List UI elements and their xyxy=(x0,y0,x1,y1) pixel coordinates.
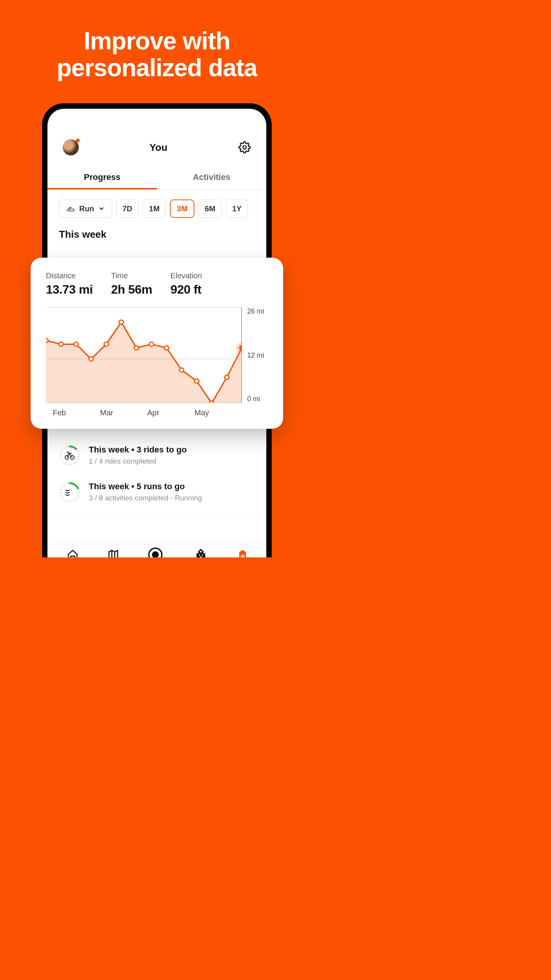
goal-item[interactable]: This week • 3 rides to go 1 / 4 rides co… xyxy=(59,439,255,476)
stat-value: 920 ft xyxy=(171,283,202,297)
goal-ring-run xyxy=(59,482,80,503)
goal-title: This week • 5 runs to go xyxy=(89,482,202,492)
range-3m[interactable]: 3M xyxy=(170,199,194,218)
filter-row: Run 7D 1M 3M 6M 1Y xyxy=(47,189,266,218)
svg-point-26 xyxy=(194,379,199,383)
avatar[interactable] xyxy=(63,139,79,155)
svg-point-20 xyxy=(104,342,108,346)
range-6m[interactable]: 6M xyxy=(198,199,222,218)
svg-point-18 xyxy=(74,342,78,346)
maps-icon xyxy=(107,548,120,557)
y-tick: 12 mi xyxy=(247,351,268,359)
x-tick: Apr xyxy=(147,408,195,417)
groups-icon xyxy=(194,548,207,557)
gear-icon xyxy=(238,141,251,154)
tab-progress[interactable]: Progress xyxy=(47,167,157,189)
stats-card: Distance 13.73 mi Time 2h 56m Elevation … xyxy=(31,258,283,429)
bottom-nav: Home Maps Record Groups xyxy=(47,543,266,557)
stat-label: Elevation xyxy=(171,271,202,280)
svg-point-6 xyxy=(152,551,159,557)
activity-label: Run xyxy=(79,204,94,213)
chart: 26 mi 12 mi 0 mi xyxy=(46,307,268,403)
home-icon xyxy=(66,548,79,557)
stat-label: Time xyxy=(111,271,152,280)
goal-text: This week • 5 runs to go 3 / 8 activitie… xyxy=(89,482,202,502)
x-tick: Mar xyxy=(100,408,148,417)
goal-title: This week • 3 rides to go xyxy=(89,445,187,455)
goal-subtitle: 3 / 8 activities completed - Running xyxy=(89,494,202,502)
record-icon xyxy=(148,547,163,557)
chart-x-axis: Feb Mar Apr May xyxy=(46,408,268,417)
goal-item[interactable]: This week • 5 runs to go 3 / 8 activitie… xyxy=(59,476,255,513)
svg-rect-8 xyxy=(241,550,245,552)
y-tick: 0 mi xyxy=(247,395,268,403)
stats-row: Distance 13.73 mi Time 2h 56m Elevation … xyxy=(46,271,268,297)
svg-point-19 xyxy=(89,357,93,361)
svg-point-21 xyxy=(119,320,123,324)
range-1m[interactable]: 1M xyxy=(142,199,166,218)
nav-record[interactable]: Record xyxy=(145,547,165,557)
stat-distance: Distance 13.73 mi xyxy=(46,271,93,297)
svg-point-0 xyxy=(243,146,246,149)
tab-activities[interactable]: Activities xyxy=(157,167,266,189)
x-tick: May xyxy=(195,408,242,417)
shoe-icon xyxy=(66,204,75,213)
svg-point-25 xyxy=(179,368,184,372)
tabs: Progress Activities xyxy=(47,167,266,189)
divider xyxy=(47,513,266,513)
range-7d[interactable]: 7D xyxy=(116,199,139,218)
goal-ring-bike xyxy=(59,445,80,466)
hero-line-2: personalized data xyxy=(57,54,257,82)
svg-point-27 xyxy=(210,401,214,403)
page-title: You xyxy=(149,142,167,154)
nav-maps[interactable]: Maps xyxy=(106,548,120,557)
stat-value: 2h 56m xyxy=(111,283,152,297)
range-1y[interactable]: 1Y xyxy=(226,199,248,218)
svg-point-17 xyxy=(59,342,63,346)
svg-rect-9 xyxy=(241,556,242,558)
stat-time: Time 2h 56m xyxy=(111,271,152,297)
chevron-down-icon xyxy=(98,205,105,212)
section-this-week: This week xyxy=(47,218,266,244)
svg-point-28 xyxy=(225,375,229,379)
x-tick: Feb xyxy=(46,408,100,417)
nav-groups[interactable]: Groups xyxy=(191,548,211,557)
stat-elevation: Elevation 920 ft xyxy=(171,271,202,297)
svg-point-24 xyxy=(164,346,168,350)
goal-text: This week • 3 rides to go 1 / 4 rides co… xyxy=(89,445,187,466)
you-icon xyxy=(236,548,249,557)
hero-title: Improve with personalized data xyxy=(0,0,314,82)
svg-point-22 xyxy=(134,346,139,350)
nav-you[interactable]: You xyxy=(236,548,249,557)
stat-value: 13.73 mi xyxy=(46,283,93,297)
app-header: You xyxy=(47,109,266,167)
chart-svg[interactable] xyxy=(46,307,242,403)
svg-rect-10 xyxy=(242,554,243,557)
nav-home[interactable]: Home xyxy=(65,548,81,557)
goal-subtitle: 1 / 4 rides completed xyxy=(89,457,187,466)
svg-point-16 xyxy=(46,338,48,343)
hero-line-1: Improve with xyxy=(84,27,230,55)
svg-rect-11 xyxy=(244,555,245,557)
svg-point-23 xyxy=(149,342,153,346)
chart-y-ticks: 26 mi 12 mi 0 mi xyxy=(247,307,268,403)
settings-button[interactable] xyxy=(238,141,251,154)
activity-selector[interactable]: Run xyxy=(59,199,112,218)
y-tick: 26 mi xyxy=(247,307,268,315)
stat-label: Distance xyxy=(46,271,93,280)
